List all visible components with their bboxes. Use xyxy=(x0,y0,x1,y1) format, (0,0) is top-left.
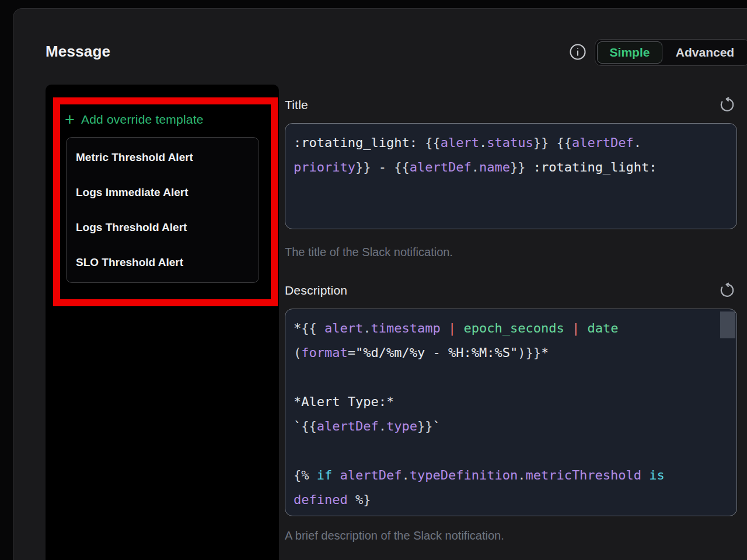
template-item-slo-threshold[interactable]: SLO Threshold Alert xyxy=(67,245,259,280)
template-item-logs-immediate[interactable]: Logs Immediate Alert xyxy=(67,175,259,210)
description-field-label: Description xyxy=(285,284,347,298)
code-line: {% if alertDef.typeDefinition.metricThre… xyxy=(294,463,728,488)
code-line: `{{alertDef.type}}` xyxy=(294,414,728,439)
message-panel: Message Simple Advanced + Add override t… xyxy=(13,8,747,560)
template-item-metric-threshold[interactable]: Metric Threshold Alert xyxy=(67,140,259,175)
toggle-simple-button[interactable]: Simple xyxy=(597,41,662,64)
info-icon[interactable] xyxy=(569,43,587,61)
template-item-logs-threshold[interactable]: Logs Threshold Alert xyxy=(67,210,259,245)
add-override-template-button[interactable]: + Add override template xyxy=(65,110,204,129)
code-line: defined %} xyxy=(294,488,728,512)
toggle-advanced-button[interactable]: Advanced xyxy=(662,41,747,64)
title-helper-text: The title of the Slack notification. xyxy=(285,246,453,259)
code-line: (format="%d/%m/%y - %H:%M:%S")}}* xyxy=(294,341,728,365)
reset-description-button[interactable] xyxy=(720,282,735,298)
simple-advanced-toggle: Simple Advanced xyxy=(595,39,747,66)
code-line: *Alert Type:* xyxy=(294,390,728,414)
page-title: Message xyxy=(46,43,110,61)
description-helper-text: A brief description of the Slack notific… xyxy=(285,529,504,542)
description-input[interactable]: *{{ alert.timestamp | epoch_seconds | da… xyxy=(285,309,737,516)
code-line xyxy=(294,365,728,390)
plus-icon: + xyxy=(65,111,75,128)
code-line: priority}} - {{alertDef.name}} :rotating… xyxy=(294,155,728,180)
override-template-sidebar: + Add override template Metric Threshold… xyxy=(46,85,279,560)
code-line: :rotating_light: {{alert.status}} {{aler… xyxy=(294,131,728,155)
title-field-label: Title xyxy=(285,98,308,112)
code-line: *{{ alert.timestamp | epoch_seconds | da… xyxy=(294,316,728,341)
code-line xyxy=(294,439,728,463)
template-list: Metric Threshold Alert Logs Immediate Al… xyxy=(66,137,259,283)
description-scrollbar-thumb[interactable] xyxy=(720,312,735,338)
slack-notification-settings-screen: Message Simple Advanced + Add override t… xyxy=(0,0,747,560)
title-input[interactable]: :rotating_light: {{alert.status}} {{aler… xyxy=(285,123,737,229)
reset-title-button[interactable] xyxy=(720,97,735,113)
add-override-template-label: Add override template xyxy=(81,113,204,127)
